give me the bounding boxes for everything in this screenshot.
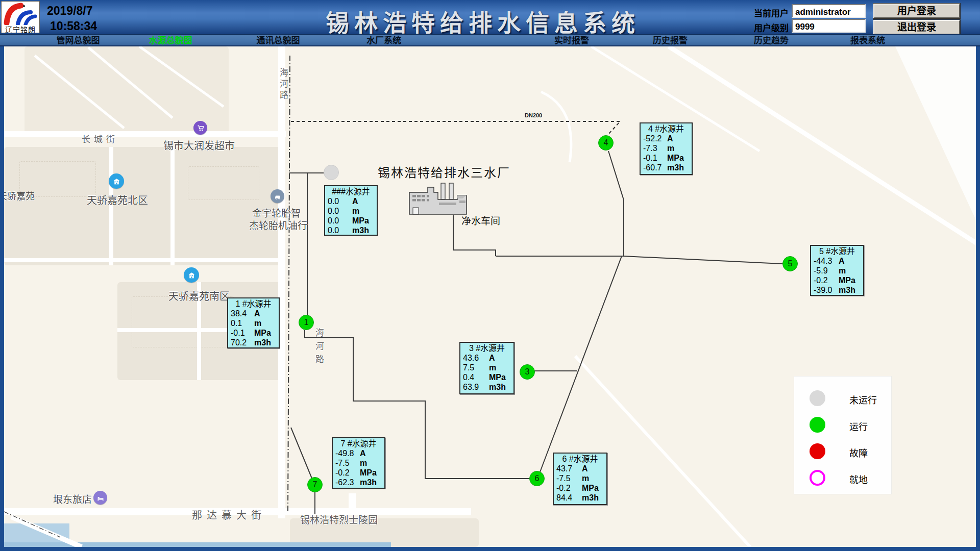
well-flow: -62.3 — [335, 478, 360, 487]
logo-text: 辽宁铭朗 — [2, 26, 39, 33]
main-menu-bar: 管网总貌图 水源总貌图 通讯总貌图 水厂系统 实时报警 历史报警 历史趋势 报表… — [0, 34, 980, 46]
well-panel-1[interactable]: 1 #水源井 38.4A 0.1m -0.1MPa 70.2m3h — [227, 297, 280, 348]
well-status-marker-1[interactable]: 1 — [299, 315, 314, 330]
well-flow: -39.0 — [814, 285, 839, 295]
poi-label-tireshop-1: 金宇轮胎智 — [252, 206, 301, 219]
well-panel-6[interactable]: 6 #水源井 43.7A -7.5m -0.2MPa 84.4m3h — [553, 453, 607, 505]
well-number: 5 — [788, 259, 793, 268]
well-level: -7.5 — [335, 458, 360, 468]
well-current: -52.2 — [643, 134, 667, 143]
well-number: 1 — [304, 318, 309, 327]
well-title: 1 #水源井 — [228, 298, 279, 309]
unit-label: A — [582, 464, 604, 473]
road-diagonal-se — [575, 356, 750, 547]
auto-service-car-icon — [271, 189, 284, 203]
well-panel-5[interactable]: 5 #水源井 -44.3A -5.9m -0.2MPa -39.0m3h — [810, 245, 864, 296]
nav-item-report-system[interactable]: 报表系统 — [827, 35, 909, 46]
unit-label: m3h — [352, 226, 375, 235]
well-panel-4[interactable]: 4 #水源井 -52.2A -7.3m -0.1MPa -60.7m3h — [640, 122, 693, 175]
map-canvas: 长城街 锡市大润发超市 天骄嘉苑 天骄嘉苑北区 金宇轮胎智 杰轮胎机油行 天骄嘉… — [4, 46, 976, 547]
well-pressure: 0.4 — [463, 372, 489, 382]
legend-stopped-label: 未运行 — [849, 393, 877, 406]
unit-label: m3h — [839, 285, 861, 295]
unit-label: MPa — [839, 276, 861, 285]
nav-item-pipeline-overview[interactable]: 管网总貌图 — [37, 35, 119, 46]
header-bar: 辽宁铭朗 2019/8/7 10:58:34 锡林浩特给排水信息系统 当前用户 … — [0, 0, 980, 34]
nav-item-history-alarm[interactable]: 历史报警 — [629, 35, 711, 46]
well-pressure: -0.1 — [231, 328, 254, 338]
unit-label: MPa — [667, 153, 690, 163]
road-curve — [541, 92, 571, 162]
unit-label: MPa — [352, 216, 375, 226]
current-user-field[interactable]: administrator — [792, 4, 866, 18]
unit-label: MPa — [254, 328, 277, 338]
well-current: 0.0 — [328, 196, 352, 206]
well-current: 38.4 — [231, 309, 254, 318]
legend-fault-icon — [810, 443, 825, 459]
unit-label: MPa — [582, 483, 604, 493]
well-current: -49.8 — [335, 448, 360, 458]
well-level: 7.5 — [463, 363, 489, 372]
poi-label-tianjiao-north: 天骄嘉苑北区 — [87, 192, 148, 207]
hotel-bed-icon — [93, 491, 107, 505]
residence-building-icon — [109, 173, 124, 189]
unit-label: m — [360, 458, 382, 468]
street-label-changcheng: 长城街 — [82, 132, 118, 145]
nav-item-watersource-overview[interactable]: 水源总貌图 — [130, 35, 211, 46]
unit-label: A — [360, 448, 382, 458]
pipe-diameter-label: DN200 — [525, 112, 542, 118]
company-logo: 辽宁铭朗 — [1, 1, 40, 33]
well-flow: 70.2 — [231, 338, 254, 347]
supermarket-cart-icon — [193, 121, 207, 135]
current-user-label: 当前用户 — [754, 6, 789, 19]
well-panel-7[interactable]: 7 #水源井 -49.8A -7.5m -0.2MPa -62.3m3h — [332, 437, 385, 489]
well-status-marker-3[interactable]: 3 — [520, 364, 535, 380]
well-title: 3 #水源井 — [460, 343, 513, 353]
poi-label-supermarket: 锡市大润发超市 — [163, 138, 235, 153]
nav-item-waterplant-system[interactable]: 水厂系统 — [343, 35, 425, 46]
well-pressure: -0.2 — [814, 276, 839, 285]
well-status-marker-stopped[interactable] — [324, 165, 339, 180]
unit-label: m — [352, 206, 375, 216]
poi-label-tianjiao-south: 天骄嘉苑南区 — [168, 288, 230, 303]
well-title: ###水源井 — [325, 186, 377, 196]
user-level-label: 用户级别 — [754, 21, 789, 34]
well-flow: 63.9 — [463, 382, 489, 392]
road-over-water — [11, 517, 82, 547]
unit-label: A — [839, 256, 861, 266]
nav-item-history-trend[interactable]: 历史趋势 — [730, 35, 812, 46]
water-plant-factory-icon — [408, 178, 469, 216]
well-status-marker-7[interactable]: 7 — [307, 477, 323, 492]
well-panel-unassigned[interactable]: ###水源井 0.0A 0.0m 0.0MPa 0.0m3h — [324, 185, 378, 236]
street-label-haihe-mid: 海河路 — [312, 328, 325, 368]
well-pressure: -0.2 — [556, 483, 582, 493]
unit-label: m3h — [254, 338, 277, 347]
pipe-to-well7 — [291, 428, 312, 480]
well-level: -7.3 — [643, 143, 667, 153]
well-title: 7 #水源井 — [333, 438, 384, 448]
login-button[interactable]: 用户登录 — [873, 4, 960, 18]
well-current: 43.7 — [556, 464, 582, 473]
pipe-diagonal-to-well6 — [540, 256, 622, 472]
logout-button[interactable]: 退出登录 — [873, 20, 960, 35]
current-time: 10:58:34 — [50, 19, 97, 33]
unit-label: m — [254, 318, 277, 328]
scada-window: 辽宁铭朗 2019/8/7 10:58:34 锡林浩特给排水信息系统 当前用户 … — [0, 0, 980, 551]
logo-arcs-icon — [2, 2, 39, 25]
workshop-label: 净水车间 — [461, 213, 500, 227]
nav-item-realtime-alarm[interactable]: 实时报警 — [531, 35, 612, 46]
well-flow: 0.0 — [328, 226, 352, 235]
well-title: 5 #水源井 — [811, 246, 863, 256]
user-level-field[interactable]: 9999 — [792, 19, 866, 33]
legend-fault-label: 故障 — [849, 446, 868, 459]
well-status-marker-5[interactable]: 5 — [782, 256, 798, 271]
nav-item-comms-overview[interactable]: 通讯总貌图 — [237, 35, 319, 46]
unit-label: MPa — [360, 468, 382, 478]
unit-label: m — [667, 143, 690, 153]
poi-label-tianjiao: 天骄嘉苑 — [4, 189, 35, 202]
well-status-marker-4[interactable]: 4 — [598, 135, 614, 151]
well-status-marker-6[interactable]: 6 — [529, 471, 545, 486]
well-flow: 84.4 — [556, 493, 582, 503]
poi-label-kendong-hotel: 垠东旅店 — [53, 492, 92, 506]
well-panel-3[interactable]: 3 #水源井 43.6A 7.5m 0.4MPa 63.9m3h — [459, 342, 514, 394]
